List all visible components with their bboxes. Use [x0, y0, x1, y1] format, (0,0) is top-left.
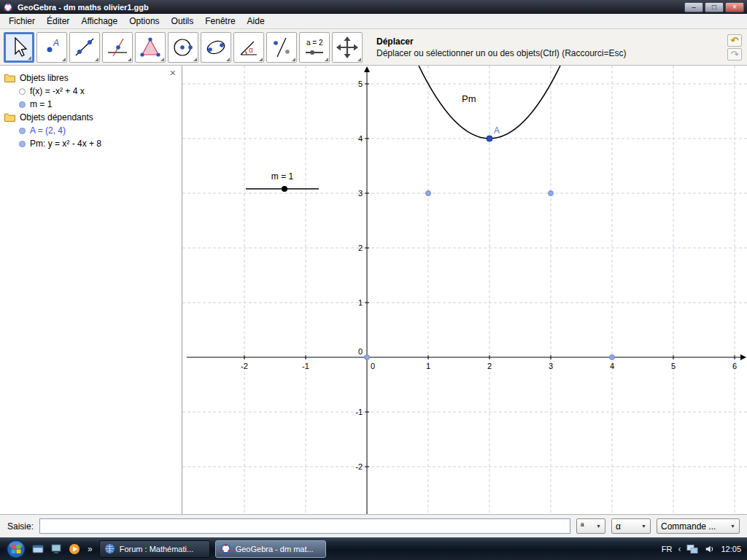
visibility-circle-icon[interactable]	[19, 128, 26, 134]
point[interactable]	[610, 355, 615, 360]
clock[interactable]: 12:05	[721, 545, 741, 553]
svg-text:2: 2	[487, 362, 492, 370]
point-tool-icon: A	[40, 36, 63, 59]
tool-hint: Déplacer Déplacer ou sélectionner un ou …	[376, 36, 627, 59]
folder-icon	[4, 74, 15, 82]
menu-fenetre[interactable]: Fenêtre	[199, 15, 241, 28]
slider-m[interactable]: m = 1	[246, 171, 319, 192]
network-icon[interactable]	[686, 544, 698, 554]
point[interactable]	[549, 191, 554, 196]
tool-dropdown-caret[interactable]	[259, 58, 263, 61]
input-bar: Saisie: ª ▼ α ▼ Commande ... ▼	[0, 514, 747, 537]
quicklaunch-show-desktop-icon[interactable]	[50, 542, 63, 556]
tool-button-line[interactable]	[69, 32, 100, 63]
tool-button-angle[interactable]: α	[233, 32, 264, 63]
visibility-circle-icon[interactable]	[19, 141, 26, 147]
slider-label: m = 1	[271, 171, 294, 182]
reflection-tool-icon	[270, 36, 293, 59]
menu-options[interactable]: Options	[123, 15, 165, 28]
tool-dropdown-caret[interactable]	[193, 58, 197, 61]
start-button[interactable]	[6, 539, 26, 559]
line-tool-icon	[73, 36, 96, 59]
point[interactable]	[426, 191, 431, 196]
tree-section-dependent-objects[interactable]: Objets dépendants	[0, 111, 182, 124]
tool-button-circle[interactable]	[168, 32, 198, 63]
point-a-label: A	[494, 125, 500, 136]
exponent-dropdown[interactable]: ª ▼	[576, 518, 605, 534]
taskbar-button-forum[interactable]: Forum : Mathémati...	[99, 540, 210, 558]
tool-dropdown-caret[interactable]	[95, 58, 98, 61]
command-dropdown[interactable]: Commande ... ▼	[657, 518, 740, 534]
tool-dropdown-caret[interactable]	[128, 58, 131, 61]
tool-button-new-point[interactable]: A	[36, 32, 67, 63]
tool-button-move-graphics[interactable]	[332, 32, 363, 63]
graphics-view[interactable]: -2 -1 0 1 2 3 4 5 6 5 4 3 2 1 0 -1 -2 Pm	[182, 66, 747, 514]
point-a[interactable]	[487, 136, 492, 141]
point[interactable]	[365, 355, 370, 360]
tree-item-a[interactable]: A = (2, 4)	[0, 124, 182, 137]
chevron-down-icon: ▼	[596, 524, 601, 529]
quicklaunch-media-player-icon[interactable]	[68, 542, 81, 556]
tool-dropdown-caret[interactable]	[292, 58, 295, 61]
close-button[interactable]: ×	[725, 2, 744, 12]
visibility-circle-icon[interactable]	[19, 88, 26, 95]
tree-item-f[interactable]: f(x) = -x² + 4 x	[0, 85, 182, 98]
svg-text:0: 0	[358, 347, 363, 356]
slider-tool-icon: a = 2	[303, 36, 326, 59]
tool-dropdown-caret[interactable]	[62, 58, 66, 61]
title-bar[interactable]: GeoGebra - dm maths olivier1.ggb – □ ×	[0, 0, 747, 14]
menu-affichage[interactable]: Affichage	[75, 15, 123, 28]
quicklaunch-overflow-chevron[interactable]: »	[86, 544, 94, 554]
y-axis-arrow-icon	[364, 66, 370, 72]
angle-tool-icon: α	[237, 36, 260, 59]
tool-button-polygon[interactable]	[135, 32, 166, 63]
svg-text:-2: -2	[241, 362, 248, 370]
menu-aide[interactable]: Aide	[241, 15, 271, 28]
close-panel-icon[interactable]: ×	[170, 67, 176, 79]
main-area: × Objets libres f(x) = -x² + 4 x m = 1 O…	[0, 66, 747, 514]
language-indicator[interactable]: FR	[662, 545, 673, 553]
redo-button[interactable]: ↷	[727, 48, 742, 61]
tool-button-slider[interactable]: a = 2	[299, 32, 330, 63]
volume-icon[interactable]	[704, 544, 715, 554]
undo-button[interactable]: ↶	[727, 34, 742, 47]
object-label: m = 1	[30, 99, 52, 109]
tool-dropdown-caret[interactable]	[357, 58, 361, 61]
menu-outils[interactable]: Outils	[166, 15, 200, 28]
tool-dropdown-caret[interactable]	[28, 56, 31, 60]
tool-button-perpendicular-line[interactable]	[102, 32, 133, 63]
slider-knob[interactable]	[282, 186, 287, 192]
x-axis-arrow-icon	[740, 354, 746, 360]
object-label: f(x) = -x² + 4 x	[30, 86, 85, 96]
tree-item-pm[interactable]: Pm: y = x² - 4x + 8	[0, 137, 182, 150]
menu-editer[interactable]: Éditer	[41, 15, 75, 28]
tool-button-move[interactable]	[4, 32, 34, 63]
command-input[interactable]	[39, 518, 570, 534]
tray-chevron-icon[interactable]: ‹	[678, 544, 681, 554]
maximize-button[interactable]: □	[705, 2, 724, 12]
svg-text:5: 5	[671, 362, 676, 370]
greek-letter-dropdown[interactable]: α ▼	[611, 518, 651, 534]
quicklaunch-window-icon[interactable]	[31, 542, 44, 556]
tool-button-reflection[interactable]	[266, 32, 297, 63]
visibility-circle-icon[interactable]	[19, 101, 26, 108]
tool-dropdown-caret[interactable]	[160, 58, 164, 61]
svg-text:1: 1	[358, 298, 363, 307]
folder-icon	[4, 113, 15, 122]
svg-text:6: 6	[732, 362, 737, 370]
tool-button-conic[interactable]	[201, 32, 231, 63]
svg-text:-2: -2	[355, 462, 363, 471]
taskbar-button-geogebra[interactable]: GeoGebra - dm mat...	[215, 540, 326, 558]
svg-text:5: 5	[358, 79, 363, 88]
taskbar-button-label: Forum : Mathémati...	[120, 545, 193, 553]
tree-item-m[interactable]: m = 1	[0, 98, 182, 111]
menu-fichier[interactable]: Fichier	[3, 15, 41, 28]
tool-dropdown-caret[interactable]	[325, 58, 328, 61]
tool-dropdown-caret[interactable]	[226, 58, 230, 61]
svg-text:a = 2: a = 2	[306, 39, 323, 47]
minimize-button[interactable]: –	[684, 2, 703, 12]
menu-bar: Fichier Éditer Affichage Options Outils …	[0, 14, 747, 29]
tool-bar: A	[0, 29, 747, 66]
tree-section-free-objects[interactable]: Objets libres	[0, 71, 182, 85]
svg-text:3: 3	[358, 189, 363, 198]
